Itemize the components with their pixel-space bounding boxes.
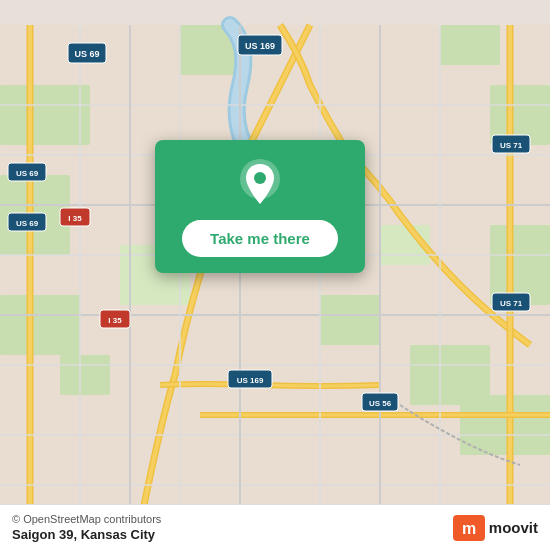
map-container: US 69 US 169 I 35 US 69 US 69 I 35 US 16… <box>0 0 550 550</box>
svg-point-51 <box>254 172 266 184</box>
svg-rect-5 <box>320 295 380 345</box>
moovit-m-icon: m <box>453 515 485 541</box>
svg-text:US 71: US 71 <box>500 299 523 308</box>
svg-text:US 69: US 69 <box>16 219 39 228</box>
location-pin-icon <box>234 158 286 210</box>
moovit-text: moovit <box>489 519 538 536</box>
location-card: Take me there <box>155 140 365 273</box>
map-background: US 69 US 169 I 35 US 69 US 69 I 35 US 16… <box>0 0 550 550</box>
svg-text:US 69: US 69 <box>74 49 99 59</box>
svg-text:US 169: US 169 <box>245 41 275 51</box>
moovit-logo: m moovit <box>453 515 538 541</box>
place-name: Saigon 39, Kansas City <box>12 527 161 542</box>
map-attribution: © OpenStreetMap contributors <box>12 513 161 525</box>
svg-rect-1 <box>0 85 90 145</box>
svg-text:US 56: US 56 <box>369 399 392 408</box>
svg-text:m: m <box>462 520 476 537</box>
svg-rect-4 <box>60 355 110 395</box>
svg-text:US 169: US 169 <box>237 376 264 385</box>
svg-rect-10 <box>440 25 500 65</box>
take-me-there-button[interactable]: Take me there <box>182 220 338 257</box>
svg-text:I 35: I 35 <box>108 316 122 325</box>
svg-text:US 71: US 71 <box>500 141 523 150</box>
bottom-bar: © OpenStreetMap contributors Saigon 39, … <box>0 504 550 550</box>
svg-rect-3 <box>0 295 80 355</box>
svg-text:US 69: US 69 <box>16 169 39 178</box>
svg-text:I 35: I 35 <box>68 214 82 223</box>
